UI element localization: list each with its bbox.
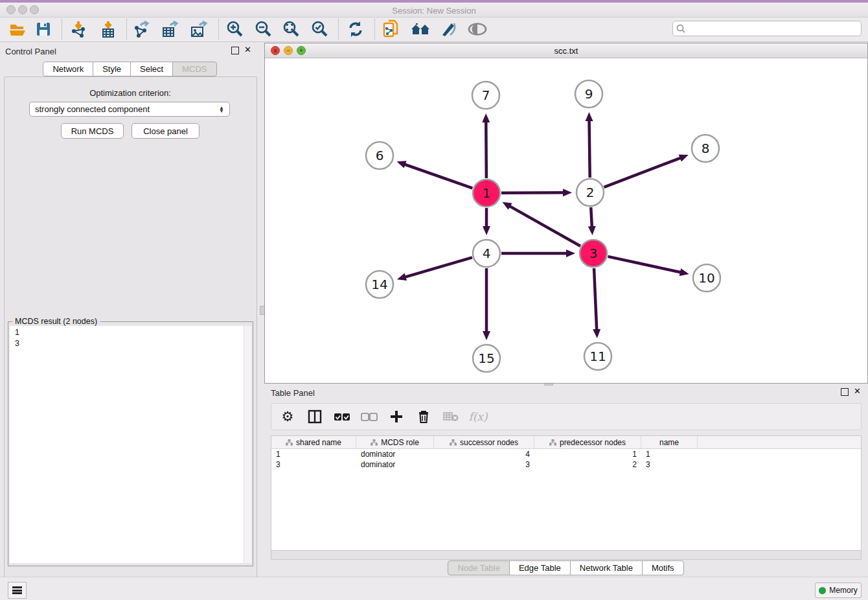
- zoom-fit-icon[interactable]: [280, 19, 303, 40]
- tree-icon: [549, 439, 556, 446]
- close-panel-icon[interactable]: ✕: [854, 388, 861, 396]
- criterion-select[interactable]: strongly connected component ▲▼: [29, 102, 230, 117]
- graph-edge-1-6[interactable]: [404, 164, 473, 188]
- save-session-icon[interactable]: [32, 19, 54, 40]
- tab-motifs[interactable]: Motifs: [642, 560, 684, 575]
- graph-edge-arrowhead: [593, 329, 600, 338]
- column-header[interactable]: MCDS role: [356, 436, 434, 448]
- gear-icon[interactable]: ⚙: [279, 408, 296, 425]
- delete-table-icon[interactable]: [442, 408, 459, 425]
- memory-button[interactable]: Memory: [815, 583, 862, 598]
- table-toolbar: ⚙ f(x): [271, 403, 862, 430]
- deselect-all-icon[interactable]: [361, 408, 378, 425]
- refresh-icon[interactable]: [345, 19, 367, 40]
- column-header[interactable]: shared name: [271, 436, 356, 448]
- run-mcds-button[interactable]: Run MCDS: [61, 123, 124, 139]
- mcds-result-item[interactable]: 3: [15, 338, 244, 349]
- graph-node-label: 7: [482, 87, 490, 103]
- network-window-title: scc.txt: [265, 46, 867, 56]
- table-horizontal-scrollbar[interactable]: [271, 551, 862, 560]
- split-pane-icon[interactable]: [306, 408, 323, 425]
- tab-style[interactable]: Style: [93, 62, 131, 76]
- graph-node-label: 8: [702, 141, 710, 156]
- column-header[interactable]: successor nodes: [434, 436, 534, 448]
- float-panel-icon[interactable]: [841, 388, 849, 396]
- graph-node-label: 11: [589, 349, 606, 364]
- column-header[interactable]: predecessor nodes: [534, 436, 641, 448]
- graph-edge-4-14[interactable]: [404, 257, 472, 277]
- graph-edge-2-3[interactable]: [591, 207, 592, 227]
- zoom-in-icon[interactable]: [224, 19, 246, 40]
- table-panel-buttons: ✕: [841, 388, 861, 396]
- table-panel-title: Table Panel: [271, 388, 315, 398]
- table-tabs: Node Table Edge Table Network Table Moti…: [264, 560, 868, 575]
- mcds-result-list[interactable]: 13: [10, 326, 244, 563]
- mcds-result-item[interactable]: 1: [15, 327, 244, 338]
- close-panel-icon[interactable]: ✕: [244, 47, 251, 54]
- graph-edge-arrowhead: [680, 268, 689, 276]
- import-table-icon[interactable]: [97, 19, 119, 40]
- graph-edge-arrowhead: [482, 113, 490, 122]
- graph-node-label: 3: [589, 246, 598, 261]
- graph-node-label: 14: [371, 277, 387, 292]
- export-image-icon[interactable]: [188, 19, 210, 40]
- table-row[interactable]: 1 dominator 4 1 1: [271, 449, 861, 459]
- graph-edge-arrowhead: [397, 273, 407, 281]
- function-builder-icon[interactable]: f(x): [470, 408, 486, 425]
- add-column-icon[interactable]: [388, 408, 405, 425]
- search-input[interactable]: [672, 21, 862, 36]
- control-panel-buttons: ✕: [231, 47, 251, 54]
- apply-style-icon[interactable]: [438, 19, 460, 40]
- main-toolbar: [0, 17, 868, 42]
- task-history-button[interactable]: [8, 582, 27, 599]
- titlebar: Session: New Session: [0, 3, 868, 17]
- graph-edge-3-10[interactable]: [608, 257, 681, 273]
- graph-edge-2-8[interactable]: [604, 157, 681, 187]
- tab-edge-table[interactable]: Edge Table: [509, 560, 571, 575]
- duplicate-network-icon[interactable]: [381, 19, 403, 40]
- graph-edge-arrowhead: [563, 189, 572, 196]
- list-icon: [12, 586, 22, 595]
- select-all-icon[interactable]: [334, 408, 350, 425]
- graph-edge-1-2[interactable]: [501, 192, 564, 193]
- node-table[interactable]: shared name MCDS role successor nodes pr…: [271, 435, 862, 551]
- toolbar-separator: [338, 19, 339, 40]
- toolbar-separator: [126, 19, 127, 40]
- graph-edge-3-1[interactable]: [509, 206, 580, 246]
- export-table-icon[interactable]: [159, 19, 181, 40]
- toolbar-separator: [218, 19, 219, 40]
- graph-node-label: 15: [478, 351, 494, 366]
- open-session-icon[interactable]: [6, 19, 29, 40]
- window-title: Session: New Session: [0, 6, 868, 16]
- graph-edge-arrowhead: [483, 331, 490, 340]
- graph-edge-arrowhead: [586, 112, 593, 121]
- tab-node-table[interactable]: Node Table: [448, 560, 510, 575]
- graph-edge-3-11[interactable]: [594, 268, 597, 330]
- tab-network[interactable]: Network: [43, 62, 93, 76]
- tab-network-table[interactable]: Network Table: [570, 560, 643, 575]
- show-hide-icon[interactable]: [466, 19, 488, 40]
- first-neighbors-icon[interactable]: [409, 19, 431, 40]
- graph-node-label: 6: [376, 148, 384, 163]
- column-header[interactable]: name: [641, 436, 698, 448]
- graph-edge-2-9[interactable]: [589, 120, 590, 178]
- application-window: Session: New Session: [0, 0, 868, 600]
- delete-column-icon[interactable]: [415, 408, 432, 425]
- network-graph-canvas[interactable]: 1234678910111415: [265, 58, 867, 383]
- tab-select[interactable]: Select: [130, 62, 173, 76]
- graph-edge-1-7[interactable]: [486, 121, 486, 178]
- export-network-icon[interactable]: [131, 19, 153, 40]
- table-column-headers: shared name MCDS role successor nodes pr…: [271, 436, 861, 449]
- table-row[interactable]: 3 dominator 3 2 3: [271, 459, 861, 470]
- float-panel-icon[interactable]: [231, 47, 239, 54]
- graph-node-label: 1: [483, 185, 491, 201]
- mcds-result-scrollbar[interactable]: [244, 326, 251, 563]
- zoom-out-icon[interactable]: [253, 19, 275, 40]
- import-network-icon[interactable]: [67, 19, 89, 40]
- network-view-window: x − + scc.txt 1234678910111415: [264, 43, 868, 384]
- zoom-selected-icon[interactable]: [309, 19, 331, 40]
- close-panel-button[interactable]: Close panel: [131, 123, 200, 139]
- control-panel-tabs: Network Style Select MCDS: [0, 62, 260, 76]
- tab-mcds[interactable]: MCDS: [172, 62, 216, 76]
- graph-node-label: 2: [586, 185, 595, 200]
